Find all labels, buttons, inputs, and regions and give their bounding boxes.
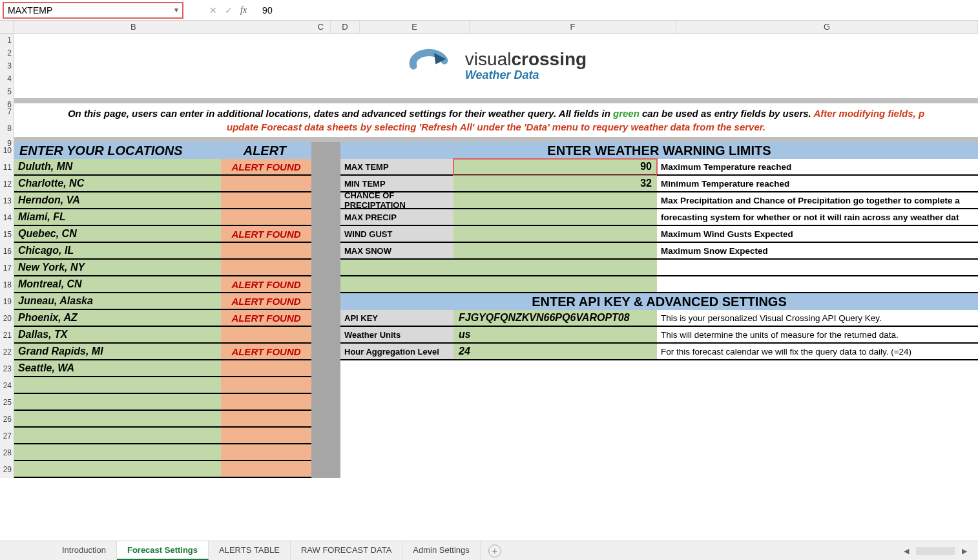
name-box-dropdown-icon[interactable]: ▼	[173, 6, 180, 14]
alert-status	[221, 411, 311, 428]
row-header[interactable]: 2	[0, 47, 14, 59]
location-input[interactable]	[14, 444, 221, 461]
col-header-F[interactable]: F	[470, 21, 676, 33]
alert-status: ALERT FOUND	[221, 159, 311, 176]
row-header[interactable]: 17	[0, 260, 14, 276]
row-header[interactable]: 13	[0, 192, 14, 209]
limit-value-input[interactable]	[453, 209, 657, 226]
row-header[interactable]: 20	[0, 310, 14, 327]
column-headers: B C D E F G	[0, 21, 978, 34]
location-input[interactable]: Grand Rapids, MI	[14, 344, 221, 360]
row-header[interactable]: 26	[0, 411, 14, 428]
location-row	[14, 377, 311, 394]
location-input[interactable]: Montreal, CN	[14, 276, 221, 293]
api-value-input[interactable]: us	[453, 327, 657, 344]
limit-value-input[interactable]	[453, 243, 657, 260]
location-input[interactable]: Seattle, WA	[14, 360, 221, 377]
location-row	[14, 428, 311, 444]
col-header-G[interactable]: G	[676, 21, 978, 33]
location-row: Montreal, CNALERT FOUND	[14, 276, 311, 293]
location-row: Quebec, CNALERT FOUND	[14, 226, 311, 243]
location-row: Herndon, VA	[14, 192, 311, 209]
location-input[interactable]	[14, 428, 221, 444]
row-header[interactable]: 3	[0, 59, 14, 72]
location-input[interactable]: Phoenix, AZ	[14, 310, 221, 327]
api-value-input[interactable]: FJGYQFQNZKVN66PQ6VAROPT08	[453, 310, 657, 327]
alert-status: ALERT FOUND	[221, 344, 311, 360]
row-header[interactable]: 4	[0, 72, 14, 85]
col-header-B[interactable]: B	[221, 21, 311, 33]
col-header-D[interactable]: D	[331, 21, 360, 33]
row-header[interactable]: 23	[0, 360, 14, 377]
row-header[interactable]: 14	[0, 209, 14, 226]
col-header-C[interactable]: C	[311, 21, 331, 33]
limit-value-input[interactable]	[453, 226, 657, 243]
cancel-icon[interactable]: ✕	[209, 5, 217, 16]
location-input[interactable]: New York, NY	[14, 260, 221, 276]
location-input[interactable]: Chicago, IL	[14, 243, 221, 260]
limit-value-input[interactable]	[453, 276, 657, 293]
row-header[interactable]: 22	[0, 344, 14, 360]
alert-status: ALERT FOUND	[221, 276, 311, 293]
fx-icon[interactable]: fx	[240, 5, 247, 16]
location-input[interactable]: Dallas, TX	[14, 327, 221, 344]
col-header-E[interactable]: E	[360, 21, 470, 33]
limit-value-input[interactable]	[453, 260, 657, 276]
location-input[interactable]	[14, 377, 221, 394]
row-header[interactable]: 12	[0, 176, 14, 192]
divider-row	[14, 137, 978, 142]
info-text: On this page, users can enter in additio…	[27, 107, 965, 134]
row-header[interactable]: 19	[0, 293, 14, 310]
alert-status	[221, 243, 311, 260]
row-header[interactable]: 25	[0, 394, 14, 411]
info-row: On this page, users can enter in additio…	[14, 103, 978, 137]
location-row	[14, 394, 311, 411]
logo-area: visualcrossing Weather Data	[14, 34, 978, 98]
location-input[interactable]	[14, 461, 221, 478]
row-header[interactable]: 11	[0, 159, 14, 176]
row-header[interactable]: 21	[0, 327, 14, 344]
row-header[interactable]: 18	[0, 276, 14, 293]
limit-value-input[interactable]	[453, 192, 657, 209]
row-header[interactable]: 1	[0, 34, 14, 47]
formula-input[interactable]: 90	[258, 5, 978, 16]
col-header[interactable]	[14, 21, 221, 33]
location-row	[14, 444, 311, 461]
row-header[interactable]: 9	[0, 137, 14, 142]
location-row: Dallas, TX	[14, 327, 311, 344]
api-value-input[interactable]: 24	[453, 344, 657, 360]
row-header[interactable]: 10	[0, 142, 14, 159]
limit-value-input[interactable]: 90	[453, 159, 657, 176]
limit-description: Maximum Temperature reached	[657, 159, 978, 176]
location-input[interactable]: Quebec, CN	[14, 226, 221, 243]
row-header[interactable]: 27	[0, 428, 14, 444]
location-row	[14, 461, 311, 478]
row-header[interactable]: 7	[0, 103, 14, 120]
accept-icon[interactable]: ✓	[225, 5, 233, 16]
location-input[interactable]: Juneau, Alaska	[14, 293, 221, 310]
row-header[interactable]: 15	[0, 226, 14, 243]
location-input[interactable]: Miami, FL	[14, 209, 221, 226]
row-header[interactable]: 29	[0, 461, 14, 478]
row-header[interactable]: 8	[0, 120, 14, 137]
limit-row: WIND GUSTMaximum Wind Gusts Expected	[340, 226, 978, 243]
name-box-value: MAXTEMP	[8, 5, 52, 16]
select-all-corner[interactable]	[0, 21, 14, 33]
row-header[interactable]: 5	[0, 85, 14, 98]
spreadsheet-area[interactable]: visualcrossing Weather Data On this page…	[14, 34, 978, 478]
row-header[interactable]: 24	[0, 377, 14, 394]
location-input[interactable]: Duluth, MN	[14, 159, 221, 176]
row-header[interactable]: 6	[0, 98, 14, 103]
name-box[interactable]: MAXTEMP ▼	[3, 2, 183, 19]
row-header[interactable]: 16	[0, 243, 14, 260]
location-input[interactable]	[14, 394, 221, 411]
limit-row: MAX TEMP90Maximum Temperature reached	[340, 159, 978, 176]
location-input[interactable]: Herndon, VA	[14, 192, 221, 209]
alert-status	[221, 327, 311, 344]
location-input[interactable]	[14, 411, 221, 428]
api-setting-row: API KEYFJGYQFQNZKVN66PQ6VAROPT08This is …	[340, 310, 978, 327]
limit-value-input[interactable]: 32	[453, 176, 657, 192]
location-input[interactable]: Charlotte, NC	[14, 176, 221, 192]
row-header[interactable]: 28	[0, 444, 14, 461]
limit-description: forecasting system for whether or not it…	[657, 209, 978, 226]
